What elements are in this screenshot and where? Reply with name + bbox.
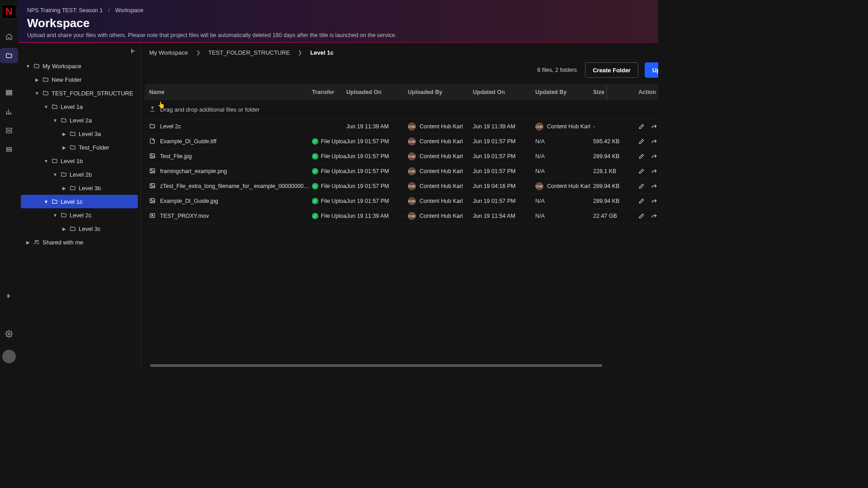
file-name: Test_File.jpg <box>160 153 192 160</box>
uploaded-on: Jun 19 01:57 PM <box>346 168 408 174</box>
tree-level-1c[interactable]: ▼ Level 1c <box>21 195 138 208</box>
app-logo[interactable]: N <box>2 5 16 19</box>
svg-rect-31 <box>150 198 155 202</box>
tree-shared[interactable]: ▶ Shared with me <box>21 235 138 249</box>
rail-item-4[interactable] <box>0 104 18 119</box>
edit-icon[interactable] <box>638 138 645 145</box>
rail-collapse[interactable] <box>0 288 18 304</box>
page-subtitle: Upload and share your files with others.… <box>27 32 658 38</box>
home-icon <box>5 33 13 40</box>
crumb-my-workspace[interactable]: My Workspace <box>149 49 188 56</box>
server-icon <box>5 127 13 134</box>
col-size[interactable]: Size <box>593 89 638 95</box>
table-row[interactable]: Example_DI_Guide.jpg✓File UploaJun 19 01… <box>145 194 658 209</box>
tree-level-2c[interactable]: ▼ Level 2c <box>21 208 138 222</box>
share-icon[interactable] <box>651 213 657 219</box>
tree-my-workspace[interactable]: ▼ My Workspace <box>21 59 138 73</box>
share-icon[interactable] <box>651 138 657 145</box>
upload-button[interactable]: Upload <box>645 62 658 78</box>
transfer-status: File Uploa <box>321 183 346 189</box>
chevron-down-icon: ▼ <box>34 91 40 96</box>
svg-point-17 <box>151 155 152 155</box>
chevron-right-icon: ▶ <box>61 145 67 150</box>
create-folder-button[interactable]: Create Folder <box>585 62 638 78</box>
tree-level-2a[interactable]: ▼ Level 2a <box>21 113 138 127</box>
table-row[interactable]: Test_File.jpg✓File UploaJun 19 01:57 PMC… <box>145 149 658 164</box>
user-name: Content Hub Karl <box>547 123 590 130</box>
column-divider[interactable] <box>606 84 607 100</box>
folder-icon <box>33 63 40 69</box>
folder-icon <box>52 198 58 205</box>
tree-new-folder[interactable]: ▶ New Folder <box>21 73 138 86</box>
col-updated-on[interactable]: Updated On <box>473 89 535 95</box>
file-size: 595.42 KB <box>593 138 638 145</box>
tree-level-3b[interactable]: ▶ Level 3b <box>21 181 138 195</box>
edit-icon[interactable] <box>638 153 645 160</box>
svg-rect-1 <box>6 92 12 94</box>
file-name: zTest_File_extra_long_filename_for_ exam… <box>160 183 312 189</box>
table-row[interactable]: zTest_File_extra_long_filename_for_ exam… <box>145 179 658 194</box>
tree-level-1a[interactable]: ▼ Level 1a <box>21 100 138 113</box>
rail-item-3[interactable] <box>0 85 18 100</box>
edit-icon[interactable] <box>638 168 645 174</box>
user-avatar-icon: CHK <box>535 122 543 131</box>
rail-item-6[interactable] <box>0 142 18 157</box>
rail-item-5[interactable] <box>0 123 18 138</box>
tree-label: Level 1c <box>61 198 82 205</box>
tree-level-1b[interactable]: ▼ Level 1b <box>21 154 138 168</box>
table-row[interactable]: Example_DI_Guide.tiff✓File UploaJun 19 0… <box>145 134 658 149</box>
col-uploaded-by[interactable]: Uploaded By <box>408 89 473 95</box>
share-icon[interactable] <box>651 123 657 130</box>
sidebar-collapse-icon[interactable] <box>129 47 136 56</box>
svg-rect-0 <box>6 90 12 92</box>
crumb-project[interactable]: NPS Training TEST: Season 1 <box>27 7 103 14</box>
table-row[interactable]: framingchart_example.png✓File UploaJun 1… <box>145 164 658 179</box>
rail-home[interactable] <box>0 29 18 44</box>
table-row[interactable]: TEST_PROXY.mov✓File UploaJun 19 11:39 AM… <box>145 209 658 224</box>
horizontal-scrollbar[interactable] <box>150 364 602 367</box>
files-pane: My Workspace ❯ TEST_FOLDER_STRUCTURE ❯ L… <box>141 43 658 369</box>
folder-icon <box>70 185 76 191</box>
user-avatar-icon: CHK <box>408 137 416 145</box>
tree-test-folder[interactable]: ▶ Test_Folder <box>21 141 138 154</box>
chevron-right-icon: ▶ <box>25 240 31 245</box>
tree-level-2b[interactable]: ▼ Level 2b <box>21 168 138 181</box>
folder-tree: ▼ My Workspace ▶ New Folder ▼ TEST_FOLDE… <box>18 59 141 249</box>
success-icon: ✓ <box>312 213 318 219</box>
file-type-icon <box>149 197 156 205</box>
rail-workspace[interactable] <box>0 48 18 63</box>
rail-settings[interactable] <box>0 326 18 342</box>
share-icon[interactable] <box>651 183 657 189</box>
col-updated-by[interactable]: Updated By <box>535 89 593 95</box>
share-icon[interactable] <box>651 198 657 204</box>
table-row[interactable]: Level 2cJun 19 11:39 AMCHKContent Hub Ka… <box>145 119 658 134</box>
svg-rect-6 <box>7 150 12 151</box>
tree-level-3c[interactable]: ▶ Level 3c <box>21 222 138 235</box>
tree-level-3a[interactable]: ▶ Level 3a <box>21 127 138 141</box>
crumb-folder[interactable]: TEST_FOLDER_STRUCTURE <box>208 49 290 56</box>
tree-test-folder-structure[interactable]: ▼ TEST_FOLDER_STRUCTURE <box>21 86 138 100</box>
file-type-icon <box>149 168 156 175</box>
success-icon: ✓ <box>312 183 318 189</box>
edit-icon[interactable] <box>638 123 645 130</box>
user-avatar[interactable] <box>2 350 16 363</box>
success-icon: ✓ <box>312 198 318 204</box>
user-name: Content Hub Karl <box>420 198 463 204</box>
svg-rect-26 <box>150 183 155 188</box>
drop-zone[interactable]: 👆 Drag and drop additional files or fold… <box>145 100 658 119</box>
col-uploaded-on[interactable]: Uploaded On <box>346 89 408 95</box>
col-name[interactable]: Name <box>149 89 312 95</box>
edit-icon[interactable] <box>638 183 645 189</box>
updated-on: Jun 19 11:54 AM <box>473 213 535 219</box>
share-icon[interactable] <box>651 153 657 160</box>
header-breadcrumb: NPS Training TEST: Season 1 / Workspace <box>27 7 658 14</box>
col-transfer[interactable]: Transfer <box>312 89 346 95</box>
edit-icon[interactable] <box>638 198 645 204</box>
upload-icon <box>149 106 156 113</box>
tree-label: Level 2c <box>70 212 91 219</box>
edit-icon[interactable] <box>638 213 645 219</box>
grid-icon <box>5 89 13 96</box>
cursor-icon: 👆 <box>157 101 165 108</box>
chevron-down-icon: ▼ <box>52 118 58 123</box>
share-icon[interactable] <box>651 168 657 174</box>
